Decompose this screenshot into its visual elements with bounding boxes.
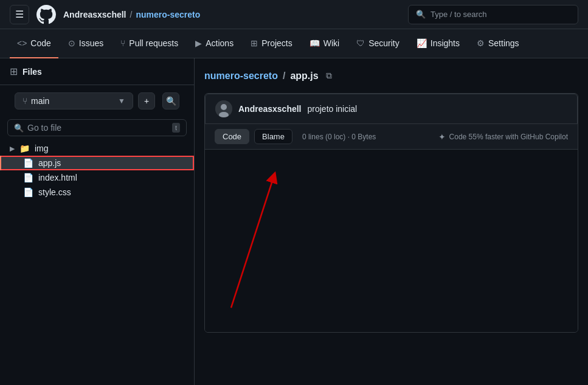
file-icon-indexhtml: 📄 — [23, 173, 33, 182]
sidebar-header: ⊞ Files — [0, 58, 194, 85]
nav-tab-wiki-label: Wiki — [323, 38, 339, 48]
commit-avatar — [215, 100, 232, 117]
file-tree-item-stylecss[interactable]: 📄 style.css — [0, 185, 194, 199]
github-logo[interactable] — [36, 5, 56, 24]
file-tree-item-img-label: img — [35, 144, 49, 153]
sidebar-title: Files — [22, 67, 42, 77]
add-file-button[interactable]: + — [138, 92, 155, 109]
pullrequest-icon: ⑂ — [120, 38, 125, 48]
file-tree-item-appjs[interactable]: 📄 app.js — [0, 156, 194, 170]
copy-path-button[interactable]: ⧉ — [323, 68, 334, 83]
actions-icon: ▶ — [195, 38, 202, 48]
wiki-icon: 📖 — [310, 38, 320, 48]
top-nav-left: ☰ Andreasxschell / numero-secreto — [10, 5, 401, 24]
nav-tab-settings-label: Settings — [488, 38, 519, 48]
commit-author[interactable]: Andreasxschell — [238, 104, 302, 114]
code-body — [205, 150, 578, 332]
search-text: Type / to search — [431, 10, 570, 19]
file-tree-item-appjs-label: app.js — [38, 158, 61, 168]
main-layout: ⊞ Files ⑂ main ▼ + 🔍 🔍 Go to file t ▶ 📁 … — [0, 58, 588, 385]
search-bar[interactable]: 🔍 Type / to search — [408, 5, 578, 24]
nav-tab-security[interactable]: 🛡 Security — [349, 29, 407, 58]
file-tree-item-img[interactable]: ▶ 📁 img — [0, 141, 194, 156]
file-icon-appjs: 📄 — [23, 158, 33, 168]
commit-message: projeto inicial — [308, 104, 358, 114]
go-to-file-kbd: t — [172, 123, 180, 133]
nav-tab-pullrequests[interactable]: ⑂ Pull requests — [113, 29, 185, 58]
folder-chevron-icon: ▶ — [10, 145, 15, 153]
copilot-icon: ✦ — [438, 132, 446, 142]
file-tree-item-stylecss-label: style.css — [38, 187, 71, 197]
insights-icon: 📈 — [417, 38, 427, 48]
nav-tab-settings[interactable]: ⚙ Settings — [469, 29, 527, 58]
go-to-file-text: Go to file — [27, 123, 168, 133]
copilot-text[interactable]: Code 55% faster with GitHub Copilot — [449, 133, 568, 141]
branch-selector[interactable]: ⑂ main ▼ — [15, 92, 133, 109]
nav-tab-insights-label: Insights — [431, 38, 460, 48]
file-path-name: app.js — [290, 71, 318, 82]
file-tree-item-indexhtml-label: index.html — [38, 173, 77, 182]
breadcrumb: Andreasxschell / numero-secreto — [63, 10, 200, 19]
breadcrumb-separator: / — [130, 10, 133, 19]
breadcrumb-repo[interactable]: numero-secreto — [136, 10, 200, 19]
nav-tab-issues[interactable]: ⊙ Issues — [61, 29, 111, 58]
code-container: Andreasxschell projeto inicial Code Blam… — [204, 93, 578, 333]
top-nav: ☰ Andreasxschell / numero-secreto 🔍 Type… — [0, 0, 588, 29]
nav-tab-code-label: Code — [30, 38, 50, 48]
nav-tab-actions[interactable]: ▶ Actions — [188, 29, 241, 58]
search-files-button[interactable]: 🔍 — [162, 92, 179, 109]
nav-tab-security-label: Security — [368, 38, 399, 48]
code-stats: 0 lines (0 loc) · 0 Bytes — [302, 133, 376, 141]
nav-tab-pullrequests-label: Pull requests — [129, 38, 178, 48]
file-path-separator: / — [283, 71, 285, 82]
issues-icon: ⊙ — [68, 38, 75, 48]
code-icon: <> — [17, 38, 27, 48]
file-icon-stylecss: 📄 — [23, 187, 33, 197]
code-toolbar: Code Blame 0 lines (0 loc) · 0 Bytes ✦ C… — [205, 124, 578, 150]
nav-tab-insights[interactable]: 📈 Insights — [409, 29, 467, 58]
copilot-badge: ✦ Code 55% faster with GitHub Copilot — [438, 132, 568, 142]
hamburger-button[interactable]: ☰ — [10, 5, 29, 24]
settings-icon: ⚙ — [477, 38, 485, 48]
code-tab-button[interactable]: Code — [215, 129, 249, 144]
nav-tab-wiki[interactable]: 📖 Wiki — [302, 29, 347, 58]
folder-icon: 📁 — [19, 144, 30, 153]
repo-nav: <> Code ⊙ Issues ⑂ Pull requests ▶ Actio… — [0, 29, 588, 58]
branch-icon: ⑂ — [22, 96, 27, 106]
branch-chevron-icon: ▼ — [118, 97, 125, 105]
file-path-repo[interactable]: numero-secreto — [204, 71, 278, 82]
svg-point-1 — [221, 104, 227, 110]
file-path: numero-secreto / app.js ⧉ — [204, 68, 578, 83]
content-area: numero-secreto / app.js ⧉ Andreasxschell… — [195, 58, 588, 385]
avatar-icon — [215, 100, 232, 117]
files-icon: ⊞ — [10, 66, 18, 77]
nav-tab-code[interactable]: <> Code — [10, 29, 58, 58]
github-icon — [36, 5, 56, 24]
file-tree: ▶ 📁 img 📄 app.js 📄 index.html 📄 style.cs… — [0, 141, 194, 385]
blame-tab-button[interactable]: Blame — [254, 129, 292, 144]
search-small-icon: 🔍 — [14, 123, 24, 133]
branch-row: ⑂ main ▼ + 🔍 — [0, 85, 194, 117]
branch-name: main — [31, 96, 114, 106]
go-to-file[interactable]: 🔍 Go to file t — [7, 119, 187, 136]
nav-tab-actions-label: Actions — [206, 38, 233, 48]
file-tree-item-indexhtml[interactable]: 📄 index.html — [0, 170, 194, 185]
security-icon: 🛡 — [356, 38, 365, 48]
hamburger-icon: ☰ — [15, 9, 24, 20]
nav-tab-issues-label: Issues — [79, 38, 103, 48]
breadcrumb-user[interactable]: Andreasxschell — [63, 10, 126, 19]
nav-tab-projects-label: Projects — [261, 38, 292, 48]
projects-icon: ⊞ — [251, 38, 258, 48]
search-icon: 🔍 — [416, 10, 426, 19]
nav-tab-projects[interactable]: ⊞ Projects — [243, 29, 300, 58]
commit-bar: Andreasxschell projeto inicial — [205, 94, 578, 124]
sidebar: ⊞ Files ⑂ main ▼ + 🔍 🔍 Go to file t ▶ 📁 … — [0, 58, 195, 385]
